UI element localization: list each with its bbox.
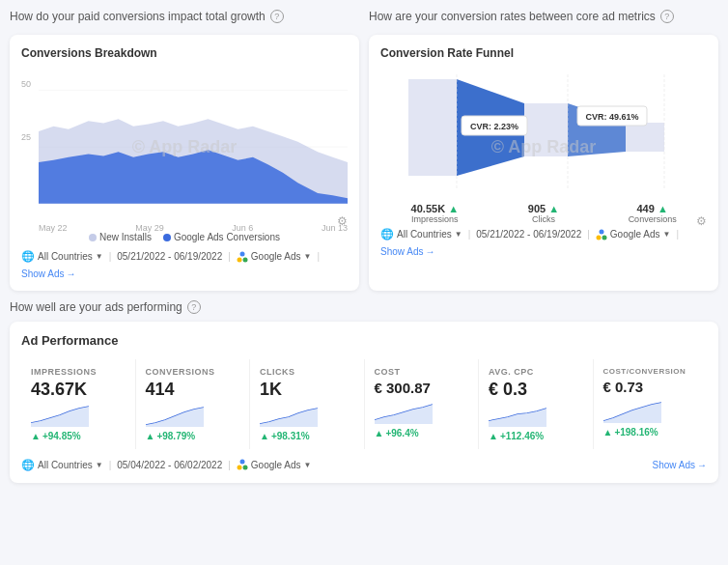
bottom-ads-selector[interactable]: Google Ads ▼ — [237, 459, 312, 470]
conversion-funnel-panel: Conversion Rate Funnel © App Radar — [369, 35, 718, 291]
avg-cpc-up-arrow: ▲ — [489, 431, 498, 441]
svg-marker-7 — [524, 103, 568, 156]
impressions-label: IMPRESSIONS — [31, 367, 126, 377]
arrow-right-right: → — [425, 246, 434, 257]
funnel-impressions: 40.55K ▲ Impressions — [401, 203, 468, 224]
footer-divider-3: | — [317, 251, 320, 262]
bottom-question-container: How well are your ads performing ? — [10, 300, 718, 314]
google-ads-icon-bottom — [237, 459, 248, 470]
arrow-right-bottom: → — [697, 460, 707, 470]
svg-point-18 — [596, 235, 601, 240]
chevron-down-left: ▼ — [96, 252, 103, 261]
right-panel-footer: 🌐 All Countries ▼ | 05/21/2022 - 06/19/2… — [380, 228, 707, 257]
avg-cpc-change: ▲ +112.46% — [489, 431, 583, 441]
left-country-selector[interactable]: 🌐 All Countries ▼ — [21, 250, 103, 263]
clicks-up-arrow: ▲ — [260, 431, 269, 441]
metric-impressions: IMPRESSIONS 43.67K ▲ +94.85% — [21, 359, 136, 449]
clicks-label: CLICKS — [260, 367, 354, 377]
x-label-1: May 22 — [39, 223, 68, 233]
left-panel-footer: 🌐 All Countries ▼ | 05/21/2022 - 06/19/2… — [21, 250, 348, 279]
metric-clicks: CLICKS 1K ▲ +98.31% — [250, 359, 365, 449]
metric-cost: COST € 300.87 ▲ +96.4% — [365, 359, 480, 449]
cost-label: COST — [375, 367, 469, 377]
y-label-50: 50 — [21, 79, 31, 89]
clicks-sparkline — [260, 404, 354, 427]
cost-change: ▲ +96.4% — [375, 428, 469, 438]
conversions-value: 414 — [146, 381, 240, 400]
cost-conversion-change: ▲ +198.16% — [603, 427, 698, 438]
funnel-conversions: 449 ▲ Conversions — [619, 203, 686, 224]
funnel-chart-area: © App Radar — [380, 70, 707, 224]
globe-icon-bottom: 🌐 — [21, 459, 35, 471]
google-ads-icon-right — [596, 229, 607, 240]
cost-conversion-up-arrow: ▲ — [603, 427, 613, 438]
globe-icon-left: 🌐 — [21, 250, 35, 263]
conversions-breakdown-panel: Conversions Breakdown © App Radar 50 25 — [10, 35, 359, 291]
bottom-panel-footer: 🌐 All Countries ▼ | 05/04/2022 - 06/02/2… — [21, 459, 707, 471]
conversions-chart-area: © App Radar 50 25 May 22 May 29 — [21, 70, 348, 224]
right-ads-selector[interactable]: Google Ads ▼ — [596, 229, 671, 240]
svg-point-3 — [237, 257, 241, 262]
clicks-change: ▲ +98.31% — [260, 431, 354, 441]
svg-marker-6 — [408, 79, 457, 176]
impressions-up-arrow: ▲ — [31, 431, 41, 441]
google-ads-icon-left — [237, 251, 248, 263]
svg-point-22 — [242, 466, 247, 470]
conversions-sparkline — [146, 404, 240, 427]
funnel-labels-row: 40.55K ▲ Impressions 905 ▲ Clicks — [380, 203, 707, 224]
conversion-funnel-title: Conversion Rate Funnel — [380, 46, 707, 60]
bottom-country-selector[interactable]: 🌐 All Countries ▼ — [21, 459, 103, 471]
svg-text:CVR: 49.61%: CVR: 49.61% — [585, 112, 638, 122]
left-date-range: 05/21/2022 - 06/19/2022 — [117, 251, 222, 262]
chevron-down-bottom: ▼ — [96, 461, 103, 469]
footer-divider-b1: | — [109, 460, 112, 470]
x-label-3: Jun 6 — [232, 223, 253, 233]
right-show-ads-link[interactable]: Show Ads → — [380, 246, 434, 257]
right-chart-settings-icon[interactable]: ⚙ — [696, 214, 707, 228]
legend-google-ads: Google Ads Conversions — [163, 232, 280, 242]
svg-point-21 — [237, 466, 241, 470]
right-help-icon[interactable]: ? — [660, 10, 674, 23]
conversions-label: CONVERSIONS — [146, 367, 240, 377]
left-chart-legend: New Installs Google Ads Conversions — [21, 232, 348, 242]
ad-performance-panel: Ad Performance IMPRESSIONS 43.67K ▲ +94.… — [10, 322, 718, 483]
svg-point-19 — [602, 235, 606, 240]
cost-value: € 300.87 — [375, 381, 469, 397]
bottom-date-range: 05/04/2022 - 06/02/2022 — [117, 460, 222, 470]
svg-point-5 — [239, 251, 244, 256]
left-ads-selector[interactable]: Google Ads ▼ — [237, 251, 312, 263]
x-labels: May 22 May 29 Jun 6 Jun 13 — [21, 223, 348, 233]
chevron-down-ads-right: ▼ — [663, 230, 671, 239]
left-panel-question: How do your paid conversions impact tota… — [10, 10, 359, 23]
impressions-value: 43.67K — [31, 381, 126, 400]
footer-divider-r2: | — [587, 229, 590, 240]
right-country-selector[interactable]: 🌐 All Countries ▼ — [380, 228, 462, 240]
svg-point-20 — [599, 229, 603, 234]
metrics-row: IMPRESSIONS 43.67K ▲ +94.85% CONVERSIONS… — [21, 359, 707, 449]
bottom-show-ads-link[interactable]: Show Ads → — [653, 460, 707, 470]
cost-conversion-label: COST/CONVERSION — [603, 367, 698, 376]
avg-cpc-value: € 0.3 — [489, 381, 583, 400]
impressions-up-icon: ▲ — [448, 203, 459, 214]
legend-dot-new-installs — [89, 234, 97, 241]
metric-avg-cpc: AVG. CPC € 0.3 ▲ +112.46% — [479, 359, 594, 449]
avg-cpc-sparkline — [489, 404, 583, 427]
bottom-help-icon[interactable]: ? — [187, 300, 201, 314]
main-container: How do your paid conversions impact tota… — [0, 0, 728, 493]
footer-divider-r1: | — [468, 229, 471, 240]
right-date-range: 05/21/2022 - 06/19/2022 — [476, 229, 581, 240]
impressions-change: ▲ +94.85% — [31, 431, 126, 441]
footer-divider-1: | — [109, 251, 112, 262]
left-show-ads-link[interactable]: Show Ads → — [21, 268, 75, 279]
cost-conversion-value: € 0.73 — [603, 380, 698, 396]
conversions-change: ▲ +98.79% — [146, 431, 240, 441]
conversions-up-arrow: ▲ — [146, 431, 155, 441]
conversions-chart-svg — [21, 70, 348, 224]
svg-text:CVR: 2.23%: CVR: 2.23% — [470, 122, 518, 131]
left-help-icon[interactable]: ? — [270, 10, 284, 23]
footer-divider-2: | — [228, 251, 231, 262]
ad-performance-title: Ad Performance — [21, 333, 707, 348]
funnel-svg: CVR: 2.23% CVR: 49.61% — [380, 70, 707, 205]
left-chart-settings-icon[interactable]: ⚙ — [337, 214, 348, 228]
svg-point-23 — [239, 460, 244, 465]
